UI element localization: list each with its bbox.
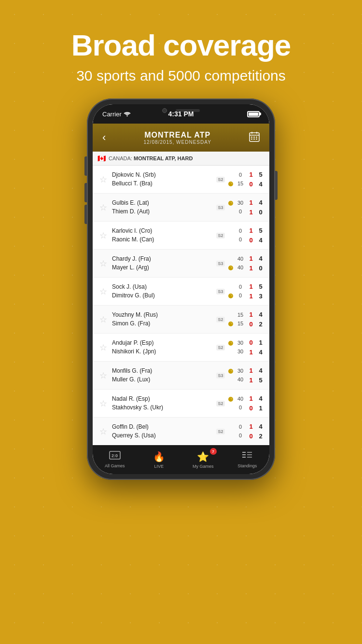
- set-indicator: S3: [214, 205, 227, 210]
- final2: 5: [259, 376, 262, 385]
- score-final: 4 0: [256, 198, 265, 217]
- pts1: 40: [237, 255, 243, 263]
- phone-screen: Carrier 4:31 PM ‹ MONTREAL ATP 12/: [93, 104, 269, 474]
- favorite-star[interactable]: ☆: [97, 426, 110, 437]
- set-score1: 1: [249, 170, 252, 179]
- status-carrier: Carrier: [102, 111, 131, 118]
- nav-all-games[interactable]: 2:0 All Games: [93, 445, 137, 474]
- serve-col: [227, 313, 235, 326]
- final1: 5: [259, 170, 262, 179]
- favorite-star[interactable]: ☆: [97, 174, 110, 185]
- serve-col: [227, 285, 235, 298]
- back-button[interactable]: ‹: [98, 129, 110, 146]
- set-score2: 0: [249, 432, 252, 441]
- favorite-star[interactable]: ☆: [97, 398, 110, 409]
- standings-icon: [242, 451, 252, 462]
- favorite-star[interactable]: ☆: [97, 286, 110, 297]
- match-row[interactable]: ☆ Goffin D. (Bel) Querrey S. (Usa) S2 0 …: [93, 418, 269, 445]
- players-col: Gulbis E. (Lat) Thiem D. (Aut): [110, 199, 214, 216]
- favorite-star[interactable]: ☆: [97, 342, 110, 353]
- score-final: 4 5: [256, 366, 265, 385]
- score-final: 4 1: [256, 394, 265, 413]
- nav-standings[interactable]: Standings: [225, 445, 270, 474]
- topbar-date: 12/08/2015, WEDNESDAY: [110, 140, 245, 145]
- set-indicator: S2: [214, 345, 227, 350]
- calendar-button[interactable]: [245, 129, 264, 146]
- live-label: LIVE: [154, 464, 164, 469]
- final2: 3: [259, 292, 262, 301]
- header-title: Broad coverage: [0, 29, 362, 62]
- match-row[interactable]: ☆ Monfils G. (Fra) Muller G. (Lux) S3 30…: [93, 362, 269, 390]
- favorite-star[interactable]: ☆: [97, 258, 110, 269]
- header-subtitle: 30 sports and 5000 competitions: [0, 68, 362, 84]
- match-row[interactable]: ☆ Nadal R. (Esp) Stakhovsky S. (Ukr) S2 …: [93, 390, 269, 418]
- score-sets: 1 1: [246, 366, 256, 385]
- nav-live[interactable]: 🔥 LIVE: [137, 445, 181, 474]
- score-pts: 0 0: [235, 423, 246, 439]
- serve-ball-p1: [228, 397, 233, 402]
- camera-dot: [162, 108, 167, 113]
- match-row[interactable]: ☆ Chardy J. (Fra) Mayer L. (Arg) S3 40 4…: [93, 250, 269, 278]
- player2-name: Mayer L. (Arg): [112, 264, 212, 272]
- final2: 4: [259, 180, 262, 189]
- final2: 2: [259, 320, 262, 329]
- pts2: 15: [237, 180, 243, 187]
- score-pts: 15 15: [235, 311, 246, 327]
- pts1: 15: [237, 311, 243, 319]
- match-row[interactable]: ☆ Andujar P. (Esp) Nishikori K. (Jpn) S2…: [93, 334, 269, 362]
- player1-name: Sock J. (Usa): [112, 283, 212, 291]
- score-pts: 30 0: [235, 199, 246, 215]
- nav-my-games[interactable]: 7 ⭐ My Games: [181, 445, 225, 474]
- pts2: 0: [239, 208, 242, 215]
- status-bar: Carrier 4:31 PM: [93, 104, 269, 124]
- svg-rect-10: [256, 139, 257, 140]
- serve-col: [227, 201, 235, 214]
- final2: 0: [259, 208, 262, 217]
- pts1: 30: [237, 199, 243, 207]
- set-score1: 1: [249, 254, 252, 263]
- player2-name: Stakhovsky S. (Ukr): [112, 404, 212, 412]
- score-sets: 1 0: [246, 394, 256, 413]
- favorite-star[interactable]: ☆: [97, 314, 110, 325]
- pts1: 0: [239, 423, 242, 431]
- match-row[interactable]: ☆ Youzhny M. (Rus) Simon G. (Fra) S2 15 …: [93, 306, 269, 334]
- set-score1: 1: [249, 282, 252, 291]
- player1-name: Karlovic I. (Cro): [112, 227, 212, 235]
- set-indicator: S3: [214, 373, 227, 378]
- score-final: 5 3: [256, 282, 265, 301]
- final1: 4: [259, 422, 262, 431]
- player1-name: Chardy J. (Fra): [112, 255, 212, 263]
- player1-name: Djokovic N. (Srb): [112, 171, 212, 179]
- score-pts: 40 0: [235, 395, 246, 411]
- serve-ball-p2: [228, 266, 233, 270]
- match-row[interactable]: ☆ Sock J. (Usa) Dimitrov G. (Bul) S3 0 0…: [93, 278, 269, 306]
- score-final: 4 2: [256, 422, 265, 441]
- player1-name: Youzhny M. (Rus): [112, 311, 212, 319]
- final2: 2: [259, 432, 262, 441]
- phone-shell: Carrier 4:31 PM ‹ MONTREAL ATP 12/: [87, 98, 275, 480]
- serve-col: [227, 425, 235, 438]
- favorite-star[interactable]: ☆: [97, 230, 110, 241]
- bottom-nav: 2:0 All Games 🔥 LIVE 7 ⭐ My Games: [93, 445, 269, 474]
- pts2: 40: [237, 376, 243, 383]
- score-final: 4 0: [256, 254, 265, 273]
- set-indicator: S2: [214, 401, 227, 406]
- battery-fill: [249, 112, 258, 116]
- svg-rect-7: [256, 137, 257, 138]
- serve-ball-p1: [228, 341, 233, 346]
- player1-name: Goffin D. (Bel): [112, 423, 212, 431]
- serve-ball-p1: [228, 369, 233, 374]
- score-final: 5 4: [256, 170, 265, 189]
- set-indicator: S2: [214, 317, 227, 322]
- score-pts: 0 15: [235, 171, 246, 187]
- pts2: 40: [237, 264, 243, 271]
- svg-rect-8: [251, 139, 252, 140]
- match-row[interactable]: ☆ Djokovic N. (Srb) Bellucci T. (Bra) S2…: [93, 166, 269, 194]
- match-row[interactable]: ☆ Karlovic I. (Cro) Raonic M. (Can) S2 0…: [93, 222, 269, 250]
- favorite-star[interactable]: ☆: [97, 202, 110, 213]
- match-row[interactable]: ☆ Gulbis E. (Lat) Thiem D. (Aut) S3 30 0…: [93, 194, 269, 222]
- favorite-star[interactable]: ☆: [97, 370, 110, 381]
- final1: 4: [259, 254, 262, 263]
- set-indicator: S3: [214, 261, 227, 266]
- score-sets: 0 1: [246, 338, 256, 357]
